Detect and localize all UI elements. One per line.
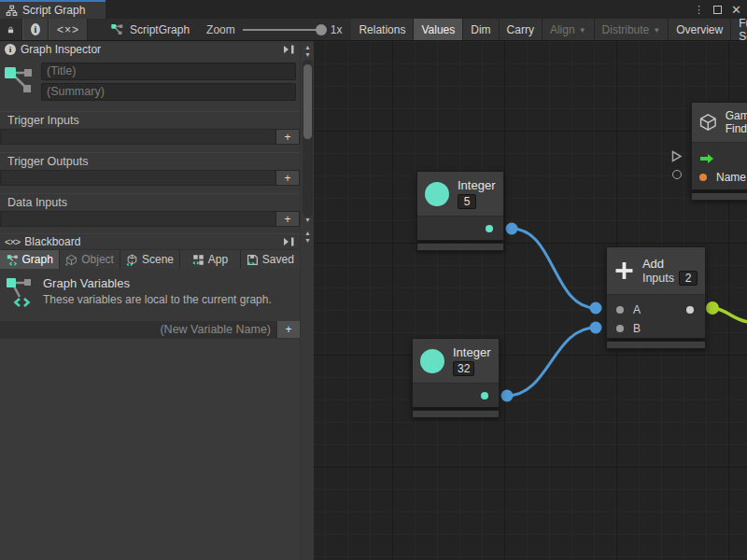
relations-button[interactable]: Relations xyxy=(351,19,414,40)
integer-value-field[interactable]: 5 xyxy=(458,194,476,209)
tab-graph[interactable]: Graph xyxy=(0,249,60,269)
code-toggle-label: <×> xyxy=(57,23,79,36)
trigger-input-port[interactable] xyxy=(699,153,714,164)
tab-scene[interactable]: Scene xyxy=(120,249,180,269)
maximize-icon[interactable] xyxy=(713,6,722,14)
dock-panel-icon[interactable] xyxy=(283,237,295,246)
integer-value-field[interactable]: 32 xyxy=(453,361,474,376)
wire-knob[interactable] xyxy=(590,302,602,315)
node-title: GameObject xyxy=(726,109,747,122)
hierarchy-icon xyxy=(6,5,18,17)
input-port-name[interactable] xyxy=(699,174,707,181)
zoom-slider-handle[interactable] xyxy=(316,24,327,35)
carry-button[interactable]: Carry xyxy=(500,19,543,40)
node-add[interactable]: Add Inputs 2 A B xyxy=(606,246,706,349)
trigger-inputs-label: Trigger Inputs xyxy=(0,111,300,126)
tab-label: App xyxy=(208,253,228,266)
tab-label: Saved xyxy=(262,253,294,266)
graph-variables-description: These variables are local to the current… xyxy=(43,293,272,306)
graph-title-input[interactable] xyxy=(41,63,296,80)
tab-script-graph[interactable]: Script Graph xyxy=(0,0,106,19)
tab-object[interactable]: Object xyxy=(60,249,120,269)
node-integer-5[interactable]: Integer 5 xyxy=(416,171,504,251)
add-variable-button[interactable]: + xyxy=(276,321,300,338)
wire-knob[interactable] xyxy=(506,223,518,235)
wire-knob[interactable] xyxy=(501,390,514,402)
port-label: Name xyxy=(716,171,746,184)
wire-knob[interactable] xyxy=(590,322,602,334)
new-variable-name-input[interactable] xyxy=(0,321,276,338)
node-gameobject-find[interactable]: GameObject Find Name xyxy=(691,102,747,201)
output-port[interactable] xyxy=(481,392,488,399)
inputs-count-field[interactable]: 2 xyxy=(679,271,698,286)
add-trigger-output-button[interactable]: + xyxy=(275,171,299,185)
graph-variables-block: Graph Variables These variables are loca… xyxy=(0,269,300,315)
distribute-dropdown[interactable]: Distribute ▼ xyxy=(595,19,669,40)
blackboard-title: Blackboard xyxy=(24,235,80,248)
scroll-down-icon[interactable]: ▼ xyxy=(301,51,315,58)
sidebar-panel: i Graph Inspector Tri xyxy=(0,41,314,560)
inspector-toggle-button[interactable]: i xyxy=(22,19,49,40)
node-footer xyxy=(416,243,504,251)
node-integer-32[interactable]: Integer 32 xyxy=(412,338,500,418)
dock-panel-icon[interactable] xyxy=(283,45,295,54)
zoom-slider[interactable] xyxy=(243,29,323,31)
graph-breadcrumb[interactable]: ScriptGraph xyxy=(103,19,197,40)
lock-button[interactable] xyxy=(0,19,22,40)
output-port[interactable] xyxy=(686,306,694,314)
wire-knob[interactable] xyxy=(706,301,719,315)
close-icon[interactable]: ✕ xyxy=(731,4,741,16)
align-label: Align xyxy=(550,23,575,36)
dim-button[interactable]: Dim xyxy=(463,19,499,40)
scrollbar-track[interactable] xyxy=(303,60,313,217)
graph-summary-input[interactable] xyxy=(41,83,296,101)
cube-icon xyxy=(65,254,78,266)
node-title: Integer xyxy=(453,345,490,359)
app-grid-icon xyxy=(192,254,204,266)
scene-icon xyxy=(126,254,138,266)
input-port-b[interactable] xyxy=(616,325,624,332)
graph-name: ScriptGraph xyxy=(130,23,190,36)
integer-type-icon xyxy=(420,349,444,373)
fullscreen-button[interactable]: Full Screen xyxy=(731,19,747,40)
input-port-a[interactable] xyxy=(616,306,624,314)
port-label: B xyxy=(633,322,641,335)
scrollbar-thumb[interactable] xyxy=(303,64,312,139)
scroll-up-icon[interactable]: ▲ xyxy=(301,44,315,50)
graph-inspector-title: Graph Inspector xyxy=(21,43,101,56)
scroll-down-icon[interactable]: ▼ xyxy=(301,217,315,223)
wire-integer32-to-add-b[interactable] xyxy=(507,328,596,396)
scroll-down-icon[interactable]: ▼ xyxy=(301,237,315,244)
add-trigger-input-button[interactable]: + xyxy=(275,130,299,144)
values-button[interactable]: Values xyxy=(414,19,463,40)
trigger-outputs-label: Trigger Outputs xyxy=(0,152,300,167)
trigger-inputs-list: + xyxy=(0,129,300,145)
graph-inspector-header: i Graph Inspector xyxy=(0,41,300,57)
node-footer xyxy=(691,192,747,201)
output-port[interactable] xyxy=(486,225,493,232)
tab-app[interactable]: App xyxy=(180,249,240,269)
wire-integer5-to-add-a[interactable] xyxy=(512,229,596,308)
node-footer xyxy=(606,341,706,349)
add-data-input-button[interactable]: + xyxy=(275,212,299,226)
tab-saved[interactable]: Saved xyxy=(241,249,300,269)
node-subtitle: Find xyxy=(726,122,747,135)
tab-label: Graph xyxy=(22,253,53,266)
inputs-label: Inputs xyxy=(642,272,674,285)
blackboard-toggle-button[interactable]: <×> xyxy=(49,19,88,40)
graph-variables-title: Graph Variables xyxy=(43,276,272,290)
tab-label: Object xyxy=(81,253,114,266)
graph-canvas[interactable]: Integer 5 Integer 32 xyxy=(314,41,747,560)
new-variable-row: + xyxy=(0,321,300,338)
tab-label: Scene xyxy=(142,253,174,266)
overview-button[interactable]: Overview xyxy=(669,19,731,40)
more-options-icon[interactable]: ⋮ xyxy=(694,5,704,15)
trigger-outputs-list: + xyxy=(0,170,300,186)
blackboard-empty-area xyxy=(0,338,300,560)
cube-icon xyxy=(698,110,718,134)
panel-scrollbar: ▲ ▼ ▼ ▲ ▼ xyxy=(300,41,314,560)
align-dropdown[interactable]: Align ▼ xyxy=(543,19,595,40)
info-icon: i xyxy=(5,44,16,55)
scroll-up-icon[interactable]: ▲ xyxy=(301,230,315,236)
floppy-save-icon xyxy=(247,254,259,266)
